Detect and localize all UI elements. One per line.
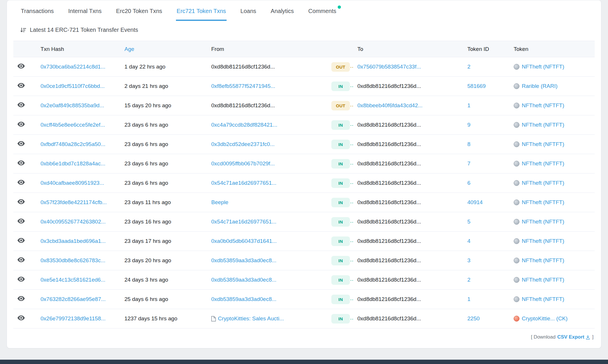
to-cell: 0xd8db81216d8cf1236d...: [353, 290, 463, 309]
token-id-cell: 5: [463, 212, 510, 232]
eye-icon[interactable]: [17, 199, 25, 204]
token-id-link[interactable]: 5: [467, 219, 471, 225]
from-address-link[interactable]: 0x3db2cd52dee2371fc0...: [211, 141, 275, 147]
token-id-link[interactable]: 4: [467, 238, 471, 244]
table-row: 0x3cbd3aada1bed696a1...23 days 17 hrs ag…: [13, 232, 595, 251]
to-address: 0xd8db81216d8cf1236d...: [357, 315, 421, 321]
txn-hash-link[interactable]: 0x57f23fde8e4221174cfb...: [41, 199, 107, 205]
txn-hash-link[interactable]: 0x26e79972138d9e1158...: [41, 315, 106, 321]
from-cell: 0xdb53859aa3d3ad0ec8...: [207, 251, 327, 270]
txn-hash-cell: 0x730bca6ba52214c8d1...: [36, 57, 120, 77]
tab-transactions[interactable]: Transactions: [20, 0, 54, 21]
tab-comments[interactable]: Comments: [308, 0, 337, 21]
token-id-link[interactable]: 1: [467, 296, 471, 302]
txn-hash-link[interactable]: 0x2e0af849c88535ba9d...: [41, 102, 104, 108]
txn-hash-link[interactable]: 0xcff4b5e8ee6cce5fe2ef...: [41, 122, 105, 128]
direction-badge: OUT: [331, 101, 350, 110]
eye-cell: [13, 251, 36, 270]
age-value: 23 days 20 hrs ago: [124, 257, 171, 263]
txn-hash-link[interactable]: 0x40c095526774263802...: [41, 219, 106, 225]
token-id-link[interactable]: 8: [467, 141, 471, 147]
eye-icon[interactable]: [17, 180, 25, 185]
from-address-link[interactable]: 0x54c71ae16d26977651...: [211, 219, 276, 225]
token-link[interactable]: NFTheft (NFTFT): [522, 64, 564, 70]
eye-icon[interactable]: [17, 64, 25, 69]
tab-erc20-token-txns[interactable]: Erc20 Token Txns: [115, 0, 163, 21]
token-link[interactable]: NFTheft (NFTFT): [522, 180, 564, 186]
to-address-link[interactable]: 0x756079b5838547c33f...: [357, 64, 421, 70]
tab-internal-txns[interactable]: Internal Txns: [68, 0, 102, 21]
direction-cell: IN: [327, 115, 353, 135]
from-address-link[interactable]: 0xdb53859aa3d3ad0ec8...: [211, 257, 276, 263]
token-link[interactable]: NFTheft (NFTFT): [522, 296, 564, 302]
from-address-link[interactable]: CryptoKitties: Sales Aucti...: [218, 315, 284, 321]
token-link[interactable]: NFTheft (NFTFT): [522, 219, 564, 225]
eye-icon[interactable]: [17, 277, 25, 282]
from-address-link[interactable]: 0xa0b0d5db60437d1641...: [211, 238, 277, 244]
txn-hash-link[interactable]: 0x83530db8e8c626783c...: [41, 257, 105, 263]
token-id-link[interactable]: 6: [467, 180, 471, 186]
txn-hash-link[interactable]: 0x730bca6ba52214c8d1...: [41, 64, 105, 70]
eye-icon[interactable]: [17, 83, 25, 88]
from-address-link[interactable]: 0xc4a79ccdb28df828421...: [211, 122, 277, 128]
age-cell: 15 days 20 hrs ago: [120, 96, 207, 115]
to-address: 0xd8db81216d8cf1236d...: [357, 141, 421, 147]
column-header-token: Token: [510, 41, 595, 57]
from-address-link[interactable]: 0xf8efb55877f52471945...: [211, 83, 275, 89]
from-address-link[interactable]: 0xcd0095ffbb067b7029f...: [211, 160, 275, 167]
token-link[interactable]: Rarible (RARI): [522, 83, 558, 89]
direction-cell: IN: [327, 251, 353, 270]
age-value: 24 days 3 hrs ago: [124, 277, 168, 283]
csv-export-link[interactable]: CSV Export: [557, 334, 591, 340]
tab-erc721-token-txns[interactable]: Erc721 Token Txns: [176, 0, 226, 21]
eye-icon[interactable]: [17, 141, 25, 146]
token-id-link[interactable]: 2: [467, 277, 471, 283]
column-header-age[interactable]: Age: [120, 41, 207, 57]
tab-analytics[interactable]: Analytics: [270, 0, 294, 21]
token-id-link[interactable]: 1: [467, 102, 471, 108]
token-id-link[interactable]: 9: [467, 122, 471, 128]
eye-icon[interactable]: [17, 315, 25, 320]
from-address-link[interactable]: 0xdb53859aa3d3ad0ec8...: [211, 277, 276, 283]
token-link[interactable]: NFTheft (NFTFT): [522, 277, 564, 283]
to-address-link[interactable]: 0x8bbeeb40f6fda43cd42...: [357, 102, 423, 108]
token-link[interactable]: NFTheft (NFTFT): [522, 122, 564, 128]
eye-icon[interactable]: [17, 219, 25, 223]
from-address-link[interactable]: 0x54c71ae16d26977651...: [211, 180, 276, 186]
token-link[interactable]: NFTheft (NFTFT): [522, 238, 564, 244]
txn-hash-link[interactable]: 0xbb6e1dbd7c1828a4ac...: [41, 160, 105, 167]
token-link[interactable]: NFTheft (NFTFT): [522, 160, 564, 167]
token-link[interactable]: NFTheft (NFTFT): [522, 257, 564, 263]
token-id-link[interactable]: 7: [467, 160, 471, 167]
eye-icon[interactable]: [17, 238, 25, 243]
token-link[interactable]: NFTheft (NFTFT): [522, 141, 564, 147]
txn-hash-link[interactable]: 0xfbdf7480a28c2c95a50...: [41, 141, 105, 147]
from-address-link[interactable]: Beeple: [211, 199, 228, 205]
token-id-link[interactable]: 40914: [467, 199, 483, 205]
from-address-link[interactable]: 0xdb53859aa3d3ad0ec8...: [211, 296, 276, 302]
table-row: 0xcff4b5e8ee6cce5fe2ef...23 days 6 hrs a…: [13, 115, 595, 135]
token-link[interactable]: CryptoKittie... (CK): [522, 315, 567, 321]
direction-cell: OUT: [327, 57, 353, 77]
token-link[interactable]: NFTheft (NFTFT): [522, 102, 564, 108]
token-id-link[interactable]: 3: [467, 257, 471, 263]
token-id-link[interactable]: 2250: [467, 315, 480, 321]
txn-hash-link[interactable]: 0xe5e14c13c581621ed6...: [41, 277, 105, 283]
direction-cell: OUT: [327, 96, 353, 115]
token-id-link[interactable]: 2: [467, 64, 471, 70]
eye-icon[interactable]: [17, 122, 25, 127]
txn-hash-link[interactable]: 0x0ce1d9cf5110f7c6bbd...: [41, 83, 105, 89]
eye-cell: [13, 193, 36, 212]
txn-hash-link[interactable]: 0xd40cafbaee80951923...: [41, 180, 104, 186]
age-cell: 2 days 21 hrs ago: [120, 77, 207, 96]
txn-hash-link[interactable]: 0x763282c8266ae95e87...: [41, 296, 106, 302]
txn-hash-link[interactable]: 0x3cbd3aada1bed696a1...: [41, 238, 106, 244]
token-link[interactable]: NFTheft (NFTFT): [522, 199, 564, 205]
eye-icon[interactable]: [17, 102, 25, 107]
tab-loans[interactable]: Loans: [240, 0, 257, 21]
eye-icon[interactable]: [17, 160, 25, 165]
direction-badge: OUT: [331, 62, 350, 72]
eye-icon[interactable]: [17, 257, 25, 262]
eye-icon[interactable]: [17, 296, 25, 301]
token-id-link[interactable]: 581669: [467, 83, 486, 89]
